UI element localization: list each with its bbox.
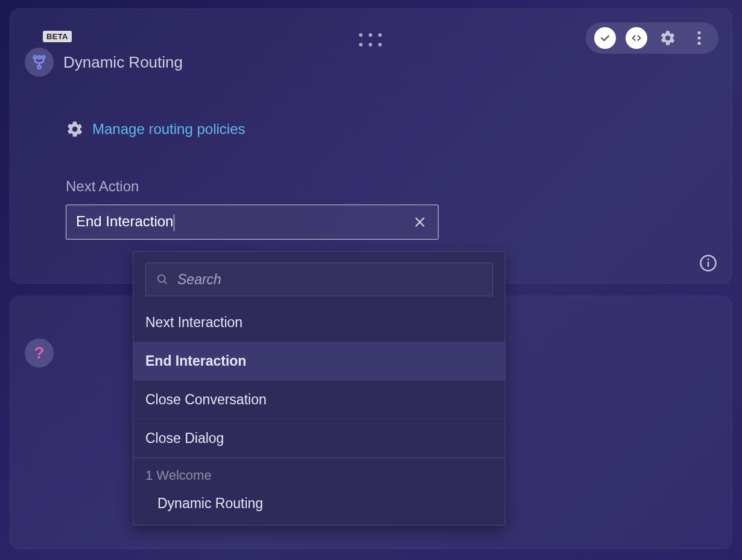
svg-point-12 <box>158 275 165 282</box>
svg-point-2 <box>697 42 700 45</box>
svg-point-1 <box>697 36 700 39</box>
svg-point-6 <box>37 66 40 69</box>
card-toolbar <box>586 22 718 54</box>
dropdown-option[interactable]: End Interaction <box>133 342 505 380</box>
info-icon[interactable] <box>699 254 717 275</box>
next-action-label: Next Action <box>66 178 717 195</box>
dynamic-routing-icon <box>25 48 54 77</box>
dropdown-option[interactable]: Close Conversation <box>133 380 505 419</box>
manage-routing-policies-link[interactable]: Manage routing policies <box>66 120 717 138</box>
more-icon[interactable] <box>688 27 710 49</box>
code-icon[interactable] <box>626 27 647 49</box>
help-glyph: ? <box>34 343 44 363</box>
svg-line-13 <box>164 281 166 284</box>
dropdown-group-label: 1 Welcome <box>133 458 505 488</box>
beta-badge: BETA <box>43 31 72 42</box>
check-icon[interactable] <box>594 27 616 49</box>
gear-icon <box>66 120 84 138</box>
dropdown-group-item[interactable]: Dynamic Routing <box>133 488 505 525</box>
svg-point-0 <box>697 31 700 34</box>
dropdown-search-input[interactable] <box>177 272 483 288</box>
help-icon[interactable]: ? <box>25 339 54 368</box>
svg-point-4 <box>38 56 41 59</box>
next-action-value: End Interaction <box>76 213 173 229</box>
svg-point-11 <box>708 258 709 260</box>
manage-link-label: Manage routing policies <box>92 121 246 138</box>
next-action-input[interactable]: End Interaction <box>66 205 439 240</box>
card-title: Dynamic Routing <box>63 53 183 72</box>
dropdown-option[interactable]: Next Interaction <box>133 304 505 342</box>
dynamic-routing-card: BETA Dynamic Routing Manage routing poli… <box>10 8 732 284</box>
next-action-dropdown: Next InteractionEnd InteractionClose Con… <box>133 251 506 526</box>
dropdown-option[interactable]: Close Dialog <box>133 419 505 457</box>
clear-icon[interactable] <box>411 214 428 231</box>
gear-icon[interactable] <box>657 27 679 49</box>
search-icon <box>156 273 169 286</box>
drag-handle-icon[interactable] <box>359 33 383 48</box>
dropdown-search[interactable] <box>145 262 493 296</box>
